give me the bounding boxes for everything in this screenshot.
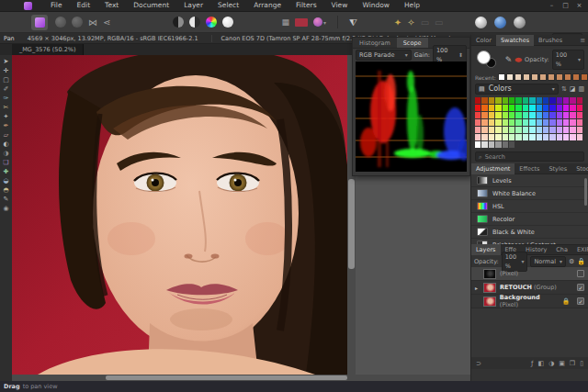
- recent-swatch[interactable]: [514, 73, 522, 81]
- swatch-cell[interactable]: [489, 134, 494, 140]
- dodge-tool-icon[interactable]: ◐: [1, 140, 11, 149]
- menu-item-arrange[interactable]: Arrange: [246, 0, 288, 11]
- swatch-cell[interactable]: [481, 97, 487, 104]
- swatch-cell[interactable]: [577, 134, 582, 140]
- swatch-cell[interactable]: [563, 119, 569, 126]
- swatch-cell[interactable]: [537, 134, 542, 140]
- tab-stock[interactable]: Stock: [571, 163, 588, 174]
- swatch-cell[interactable]: [570, 105, 575, 111]
- swatch-cell[interactable]: [489, 127, 494, 133]
- layer-visibility-checkbox[interactable]: ✓: [577, 297, 584, 305]
- swatch-cell[interactable]: [577, 105, 582, 111]
- swatch-cell[interactable]: [537, 119, 542, 126]
- menu-item-edit[interactable]: Edit: [70, 0, 98, 11]
- swatch-cell[interactable]: [529, 97, 535, 104]
- menu-item-file[interactable]: File: [43, 0, 70, 11]
- swatch-cell[interactable]: [549, 134, 555, 140]
- adjustment-item-white-balance[interactable]: White Balance: [471, 187, 588, 200]
- photo-persona-button[interactable]: [31, 15, 48, 30]
- flood-select-tool-icon[interactable]: ✦: [1, 113, 11, 121]
- layer-thumbnail[interactable]: [483, 283, 496, 293]
- swatch-cell[interactable]: [503, 141, 508, 148]
- swatch-cell[interactable]: [509, 127, 514, 133]
- horizontal-scrollbar-thumb[interactable]: [106, 375, 347, 380]
- marquee-tool-icon[interactable]: ▢: [1, 76, 11, 84]
- swatch-cell[interactable]: [475, 119, 481, 126]
- swatch-cell[interactable]: [549, 127, 555, 133]
- swatch-cell[interactable]: [570, 112, 575, 118]
- swatch-cell[interactable]: [523, 97, 528, 104]
- swatch-cell[interactable]: [557, 127, 562, 133]
- menu-item-text[interactable]: Text: [97, 0, 126, 11]
- swatch-cell[interactable]: [570, 97, 575, 104]
- swatch-mode-icon[interactable]: ◪: [570, 85, 576, 93]
- swatch-cell[interactable]: [543, 112, 548, 118]
- swatch-cell[interactable]: [495, 127, 501, 133]
- swatch-cell[interactable]: [529, 112, 535, 118]
- view-pan-tool-icon[interactable]: ✛: [1, 67, 11, 75]
- recent-swatch[interactable]: [523, 73, 530, 81]
- swatch-cell[interactable]: [563, 127, 569, 133]
- link-icon[interactable]: ⊃: [476, 360, 481, 367]
- swatch-cell[interactable]: [543, 119, 548, 126]
- swatch-cell[interactable]: [557, 119, 562, 126]
- swatch-cell[interactable]: [475, 112, 481, 118]
- swatch-cell[interactable]: [523, 119, 528, 126]
- zoom-tool-icon[interactable]: ◉: [1, 205, 11, 213]
- swatch-cell[interactable]: [503, 97, 508, 104]
- sharpen-tool-icon[interactable]: ◓: [1, 186, 11, 195]
- swatch-cell[interactable]: [495, 119, 501, 126]
- color-wells[interactable]: [475, 49, 503, 71]
- healing-tool-icon[interactable]: ✚: [1, 168, 11, 176]
- tab-exif[interactable]: EXIF: [572, 244, 588, 255]
- recent-swatch[interactable]: [548, 73, 555, 81]
- auto-white-balance-button[interactable]: [222, 17, 233, 28]
- swatch-cell[interactable]: [503, 134, 508, 140]
- swatch-cell[interactable]: [515, 112, 521, 118]
- primary-color-well[interactable]: [477, 50, 491, 64]
- swatch-cell[interactable]: [543, 134, 548, 140]
- adjustment-item-black-white[interactable]: Black & White: [471, 226, 588, 239]
- blend-options-gear-icon[interactable]: ⚙: [569, 258, 574, 265]
- blur-tool-icon[interactable]: ◒: [1, 177, 11, 185]
- swatch-cell[interactable]: [557, 97, 562, 104]
- swatch-cell[interactable]: [481, 134, 487, 140]
- tone-mapping-persona-button[interactable]: ⋈: [88, 15, 97, 30]
- vertical-scrollbar-thumb[interactable]: [348, 179, 355, 269]
- swatch-cell[interactable]: [563, 105, 569, 111]
- layers-opacity-select[interactable]: 100 %▾: [502, 252, 528, 272]
- tab-styles[interactable]: Styles: [544, 163, 571, 174]
- swatch-cell[interactable]: [489, 119, 494, 126]
- menu-item-document[interactable]: Document: [126, 0, 176, 11]
- auto-contrast-button[interactable]: [189, 17, 200, 28]
- new-pixel-layer-icon[interactable]: ▣: [559, 360, 565, 367]
- swatch-cell[interactable]: [537, 97, 542, 104]
- swatch-cell[interactable]: [495, 112, 501, 118]
- swatch-cell[interactable]: [570, 127, 575, 133]
- swatch-cell[interactable]: [475, 141, 481, 148]
- canvas-viewport[interactable]: [12, 55, 347, 375]
- menu-item-layer[interactable]: Layer: [176, 0, 210, 11]
- fill-swatch[interactable]: [295, 18, 308, 27]
- minimize-button[interactable]: –: [546, 1, 558, 10]
- swatch-cell[interactable]: [509, 112, 514, 118]
- swatch-cell[interactable]: [537, 105, 542, 111]
- recent-swatch[interactable]: [506, 73, 514, 81]
- layer-visibility-checkbox[interactable]: ✓: [577, 284, 584, 291]
- swatch-cell[interactable]: [529, 134, 535, 140]
- swatch-cell[interactable]: [543, 105, 548, 111]
- close-button[interactable]: ×: [573, 1, 585, 10]
- swatch-cell[interactable]: [509, 97, 514, 104]
- liquify-persona-button[interactable]: [55, 17, 66, 28]
- recent-swatch[interactable]: [498, 73, 505, 81]
- swatch-cell[interactable]: [515, 134, 521, 140]
- crop-tool-icon[interactable]: ✂: [1, 104, 11, 112]
- swatch-cell[interactable]: [537, 112, 542, 118]
- layer-lock-icon[interactable]: 🔒: [562, 297, 570, 305]
- assistant-color-dropdown[interactable]: ▾: [313, 17, 326, 27]
- selection-brush-tool-icon[interactable]: ✑: [1, 95, 11, 103]
- scope-mode-select[interactable]: RGB Parade▾: [356, 50, 412, 61]
- swatch-cell[interactable]: [489, 105, 494, 111]
- swatch-cell[interactable]: [481, 112, 487, 118]
- delete-icon[interactable]: ▯: [580, 360, 583, 367]
